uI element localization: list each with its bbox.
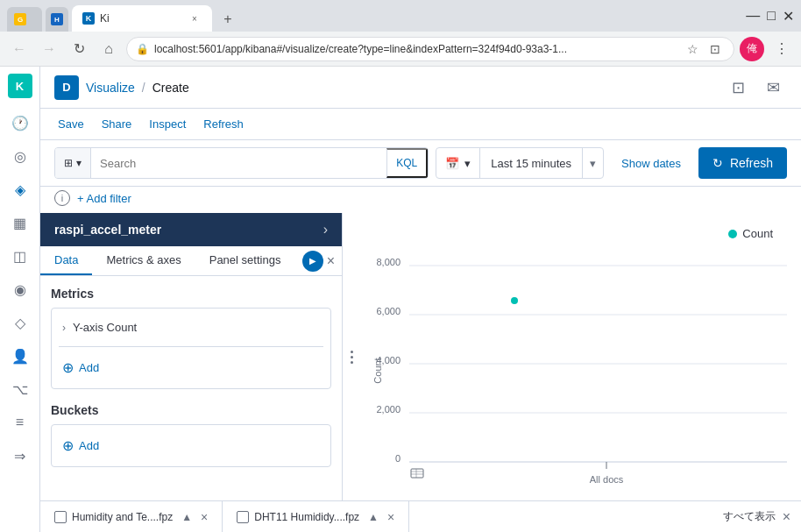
query-bar: ⊞ ▾ KQL 📅 ▾ Last 15 minutes ▾ Show dates… xyxy=(40,140,801,187)
search-input[interactable] xyxy=(100,157,378,170)
sidebar-item-canvas[interactable]: ◫ xyxy=(4,240,36,272)
run-button[interactable]: ▶ xyxy=(302,251,323,272)
filter-row: i + Add filter xyxy=(40,187,801,213)
svg-text:All docs: All docs xyxy=(590,474,624,485)
add-label: Add xyxy=(79,361,99,374)
time-filter: 📅 ▾ Last 15 minutes ▾ xyxy=(436,147,604,179)
tab-panel-settings[interactable]: Panel settings xyxy=(195,246,295,275)
chart-wrapper: Count 8,000 6,000 4,000 2,000 0 Count xyxy=(374,227,787,500)
browser-tab-inactive-1[interactable]: G xyxy=(7,7,42,32)
add-filter-button[interactable]: + Add filter xyxy=(77,192,131,205)
bottom-tab-2[interactable]: DHT11 Humididy....fpz ▲ × xyxy=(223,501,409,532)
browser-chrome: G H K Ki × + — □ ✕ xyxy=(0,0,801,67)
sidebar-item-dashboard[interactable]: ▦ xyxy=(4,207,36,238)
refresh-toolbar-button[interactable]: Refresh xyxy=(200,116,247,132)
kql-button[interactable]: KQL xyxy=(386,148,428,178)
new-tab-button[interactable]: + xyxy=(216,7,240,32)
browser-tab-row: H xyxy=(46,7,68,32)
mail-icon[interactable]: ✉ xyxy=(759,74,787,102)
share-button[interactable]: Share xyxy=(98,116,136,132)
refresh-label: Refresh xyxy=(730,156,773,170)
profile-icon[interactable]: 俺 xyxy=(740,37,764,61)
metrics-title: Metrics xyxy=(51,287,331,301)
tab-data[interactable]: Data xyxy=(40,246,92,275)
bookmark-star-icon[interactable]: ☆ xyxy=(683,39,702,59)
buckets-title: Buckets xyxy=(51,403,331,417)
sidebar-item-dev[interactable]: ⌥ xyxy=(4,373,36,405)
metrics-section: Metrics › Y-axis Count ⊕ Add xyxy=(51,287,331,389)
maximize-button[interactable]: □ xyxy=(767,8,776,24)
bottom-tab-1-chevron: ▲ xyxy=(181,511,192,523)
left-panel: raspi_accel_meter › Data Metrics & axes … xyxy=(40,213,343,500)
refresh-button[interactable]: ↻ Refresh xyxy=(698,147,787,179)
panel-tabs: Data Metrics & axes Panel settings ▶ × xyxy=(40,246,342,276)
security-icon: 🔒 xyxy=(136,43,149,55)
sidebar-item-stack[interactable]: ≡ xyxy=(4,407,36,438)
metric-item-yaxis[interactable]: › Y-axis Count xyxy=(59,316,323,339)
metrics-add-button[interactable]: ⊕ Add xyxy=(59,354,103,381)
sidebar-item-visualize[interactable]: ◈ xyxy=(4,174,36,205)
show-dates-button[interactable]: Show dates xyxy=(611,147,691,179)
panel-resize-handle[interactable] xyxy=(343,213,360,500)
more-menu-button[interactable]: ⋮ xyxy=(769,37,794,61)
address-bar[interactable]: 🔒 localhost:5601/app/kibana#/visualize/c… xyxy=(126,37,734,61)
panel-content: Metrics › Y-axis Count ⊕ Add xyxy=(40,276,342,500)
sidebar-item-arrow[interactable]: ⇒ xyxy=(4,440,36,472)
app-logo: D xyxy=(54,75,79,100)
kibana-logo: K xyxy=(4,70,36,102)
chart-panel: Count 8,000 6,000 4,000 2,000 0 Count xyxy=(360,213,801,500)
time-range-label[interactable]: Last 15 minutes xyxy=(480,157,582,170)
bottom-tab-1-icon xyxy=(54,511,67,523)
bottom-tab-2-label: DHT11 Humididy....fpz xyxy=(254,511,359,523)
breadcrumb-visualize[interactable]: Visualize xyxy=(86,81,135,95)
close-button[interactable]: ✕ xyxy=(783,8,794,25)
sidebar-item-maps[interactable]: ◉ xyxy=(4,273,36,305)
full-screen-icon[interactable]: ⊡ xyxy=(724,74,752,102)
forward-button[interactable]: → xyxy=(37,37,61,61)
sidebar-item-discover[interactable]: ◎ xyxy=(4,140,36,172)
time-filter-dropdown-chevron[interactable]: ▾ xyxy=(582,148,603,178)
back-button[interactable]: ← xyxy=(7,37,32,61)
sidebar-item-user[interactable]: 👤 xyxy=(4,340,36,372)
bottom-tab-1[interactable]: Humidity and Te....fpz ▲ × xyxy=(40,501,223,532)
sidebar-item-ml[interactable]: ◇ xyxy=(4,307,36,338)
breadcrumb: Visualize / Create xyxy=(86,81,189,95)
tab-favicon: K xyxy=(82,12,95,25)
panel-collapse-icon[interactable]: › xyxy=(323,222,328,238)
browser-tab-active[interactable]: K Ki × xyxy=(72,5,212,32)
home-button[interactable]: ⌂ xyxy=(96,37,121,61)
left-sidebar: K 🕐 ◎ ◈ ▦ ◫ ◉ ◇ 👤 ⌥ ≡ ⇒ xyxy=(0,67,40,532)
time-filter-calendar-button[interactable]: 📅 ▾ xyxy=(436,148,480,178)
app-container: K 🕐 ◎ ◈ ▦ ◫ ◉ ◇ 👤 ⌥ ≡ ⇒ D Visualize / Cr… xyxy=(0,67,801,532)
app-header: D Visualize / Create ⊡ ✉ xyxy=(40,67,801,109)
filter-info-icon[interactable]: i xyxy=(54,190,70,206)
sidebar-item-clock[interactable]: 🕐 xyxy=(4,107,36,138)
panel-close-button[interactable]: × xyxy=(327,253,335,269)
bottom-tab-2-chevron: ▲ xyxy=(368,511,379,523)
viz-area: raspi_accel_meter › Data Metrics & axes … xyxy=(40,213,801,500)
buckets-add-button[interactable]: ⊕ Add xyxy=(59,432,103,459)
header-actions: ⊡ ✉ xyxy=(724,74,787,102)
index-pattern-icon: ⊞ xyxy=(64,157,73,169)
tab-metrics-axes[interactable]: Metrics & axes xyxy=(92,246,195,275)
screen-capture-icon[interactable]: ⊡ xyxy=(705,39,725,59)
chart-svg: 8,000 6,000 4,000 2,000 0 Count xyxy=(374,248,787,500)
tab-close-button[interactable]: × xyxy=(188,11,202,25)
bucket-add-label: Add xyxy=(79,439,99,452)
breadcrumb-separator: / xyxy=(142,81,145,95)
bottom-close-button[interactable]: × xyxy=(783,509,790,525)
legend-color-dot xyxy=(728,230,737,238)
index-pattern-button[interactable]: ⊞ ▾ xyxy=(55,148,91,178)
time-filter-chevron: ▾ xyxy=(464,157,471,170)
plus-icon: ⊕ xyxy=(62,359,74,376)
toolbar: Save Share Inspect Refresh xyxy=(40,109,801,140)
bottom-tab-1-close[interactable]: × xyxy=(201,510,208,524)
bottom-bar: Humidity and Te....fpz ▲ × DHT11 Humidid… xyxy=(40,500,801,532)
minimize-button[interactable]: — xyxy=(746,8,760,24)
bottom-tab-2-close[interactable]: × xyxy=(387,510,394,524)
metrics-divider xyxy=(59,346,323,347)
save-button[interactable]: Save xyxy=(54,116,88,132)
reload-button[interactable]: ↻ xyxy=(67,37,91,61)
show-all-button[interactable]: すべて表示 xyxy=(723,509,776,524)
inspect-button[interactable]: Inspect xyxy=(145,116,189,132)
